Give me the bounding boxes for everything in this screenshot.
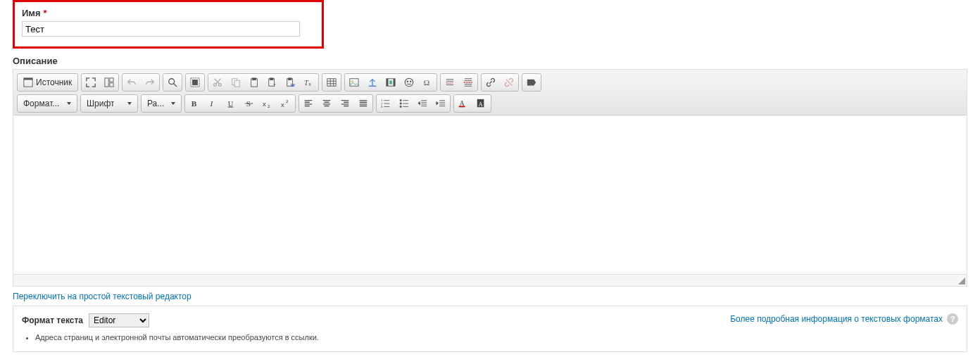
editor-resize-bar[interactable] (13, 274, 967, 286)
svg-text:2: 2 (286, 99, 289, 104)
svg-text:T: T (273, 82, 276, 87)
description-label: Описание (13, 56, 967, 66)
remove-format-button[interactable]: Tx (300, 74, 318, 91)
svg-point-30 (407, 81, 408, 82)
bulleted-list-button[interactable] (395, 95, 413, 112)
svg-text:U: U (228, 100, 234, 108)
redo-button[interactable] (141, 74, 159, 91)
svg-point-5 (169, 79, 175, 84)
align-justify-button[interactable] (354, 95, 372, 112)
numbered-list-button[interactable]: 123 (377, 95, 395, 112)
text-format-select[interactable]: Editor (89, 313, 149, 327)
text-color-button[interactable]: A (454, 95, 472, 112)
paragraph-format-combo[interactable]: Формат... (17, 94, 77, 113)
svg-rect-4 (110, 83, 113, 87)
svg-rect-15 (270, 78, 273, 80)
svg-text:2: 2 (268, 104, 270, 108)
svg-text:Ω: Ω (424, 78, 429, 87)
svg-point-24 (351, 80, 353, 82)
table-button[interactable] (322, 74, 341, 91)
copy-button[interactable] (227, 74, 245, 91)
required-marker: * (44, 8, 47, 18)
svg-rect-28 (389, 80, 392, 84)
embed-media-button[interactable] (382, 74, 400, 91)
svg-point-45 (400, 99, 401, 101)
font-size-combo[interactable]: Ра... (141, 94, 182, 113)
select-all-button[interactable] (186, 74, 204, 91)
show-blocks-button[interactable] (100, 74, 118, 91)
svg-text:I: I (210, 99, 214, 108)
unlink-button[interactable] (500, 74, 518, 91)
find-button[interactable] (163, 74, 182, 91)
editor-toolbar: Источник (13, 70, 967, 115)
bold-button[interactable]: B (185, 95, 203, 112)
maximize-button[interactable] (82, 74, 100, 91)
page-break-button[interactable] (459, 74, 477, 91)
svg-rect-13 (253, 78, 256, 80)
svg-text:x: x (308, 82, 311, 87)
svg-rect-49 (459, 106, 465, 108)
name-label-text: Имя (22, 8, 41, 18)
svg-text:B: B (191, 99, 197, 108)
smiley-button[interactable] (400, 74, 418, 91)
svg-text:3: 3 (381, 105, 383, 108)
teaser-break-button[interactable] (441, 74, 459, 91)
special-char-button[interactable]: Ω (418, 74, 436, 91)
anchor-button[interactable] (522, 74, 541, 91)
underline-button[interactable]: U (222, 95, 240, 112)
resize-grip-icon (958, 277, 965, 284)
svg-rect-11 (234, 80, 239, 87)
svg-rect-2 (105, 78, 108, 87)
indent-button[interactable] (432, 95, 450, 112)
editor-content-area[interactable] (13, 115, 967, 274)
align-center-button[interactable] (318, 95, 336, 112)
svg-text:A: A (479, 101, 484, 108)
paste-button[interactable] (245, 74, 263, 91)
svg-text:W: W (291, 82, 295, 87)
paste-word-button[interactable]: W (282, 74, 300, 91)
switch-plain-text-link[interactable]: Переключить на простой текстовый редакто… (13, 292, 191, 301)
svg-rect-23 (350, 79, 358, 87)
cut-button[interactable] (208, 74, 227, 91)
image-button[interactable] (345, 74, 363, 91)
svg-text:x: x (263, 100, 266, 108)
format-hint-text: Адреса страниц и электронной почты автом… (35, 333, 319, 342)
svg-text:A: A (460, 99, 465, 107)
svg-rect-26 (387, 79, 389, 87)
svg-point-29 (406, 78, 413, 86)
background-color-button[interactable]: A (472, 95, 491, 112)
svg-point-47 (400, 106, 401, 107)
outdent-button[interactable] (413, 95, 432, 112)
link-button[interactable] (482, 74, 500, 91)
undo-button[interactable] (122, 74, 141, 91)
svg-rect-1 (24, 78, 32, 80)
svg-point-8 (214, 84, 217, 87)
italic-button[interactable]: I (203, 95, 222, 112)
name-label: Имя * (22, 8, 315, 18)
svg-rect-18 (289, 78, 291, 80)
source-button[interactable]: Источник (18, 74, 77, 91)
text-format-panel: Формат текста Editor Адреса страниц и эл… (13, 306, 967, 352)
strike-button[interactable]: S (240, 95, 258, 112)
help-icon: ? (947, 313, 958, 325)
superscript-button[interactable]: x2 (277, 95, 295, 112)
svg-point-9 (219, 84, 222, 87)
name-input[interactable] (22, 21, 300, 37)
align-left-button[interactable] (299, 95, 318, 112)
paste-text-button[interactable]: T (263, 74, 282, 91)
svg-rect-27 (394, 79, 396, 87)
svg-rect-7 (193, 80, 198, 85)
align-right-button[interactable] (336, 95, 354, 112)
rich-text-editor: Источник (13, 69, 967, 287)
upload-media-button[interactable] (363, 74, 382, 91)
subscript-button[interactable]: x2 (258, 95, 277, 112)
svg-rect-3 (110, 78, 113, 82)
svg-rect-22 (327, 79, 336, 87)
text-format-help-link[interactable]: Более подробная информация о текстовых ф… (730, 314, 943, 324)
svg-text:x: x (281, 101, 284, 108)
name-field-highlight: Имя * (13, 0, 324, 49)
font-family-combo[interactable]: Шрифт (80, 94, 138, 113)
svg-point-31 (410, 81, 411, 82)
svg-point-46 (400, 103, 401, 104)
text-format-label: Формат текста (22, 315, 83, 325)
